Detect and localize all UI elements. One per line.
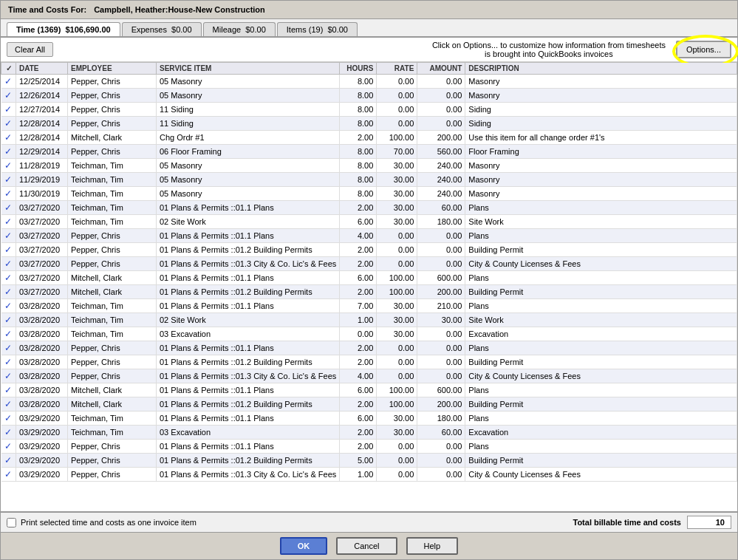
row-description: Excavation <box>465 327 737 341</box>
row-check[interactable]: ✓ <box>1 229 16 243</box>
row-check[interactable]: ✓ <box>1 454 16 468</box>
table-row[interactable]: ✓12/25/2014Pepper, Chris05 Masonry8.000.… <box>1 75 737 89</box>
table-row[interactable]: ✓03/27/2020Teichman, Tim01 Plans & Permi… <box>1 201 737 215</box>
row-check[interactable]: ✓ <box>1 468 16 482</box>
row-rate: 30.00 <box>377 327 417 341</box>
table-row[interactable]: ✓03/28/2020Pepper, Chris01 Plans & Permi… <box>1 355 737 369</box>
row-check[interactable]: ✓ <box>1 103 16 117</box>
print-one-invoice-checkbox[interactable] <box>7 518 16 527</box>
row-check[interactable]: ✓ <box>1 355 16 369</box>
row-service: 01 Plans & Permits ::01.1 Plans <box>157 440 340 454</box>
table-row[interactable]: ✓11/30/2019Teichman, Tim05 Masonry8.0030… <box>1 187 737 201</box>
col-rate: RATE <box>377 63 417 75</box>
row-service: 01 Plans & Permits ::01.1 Plans <box>157 229 340 243</box>
row-check[interactable]: ✓ <box>1 299 16 313</box>
row-service: 01 Plans & Permits ::01.3 City & Co. Lic… <box>157 468 340 482</box>
row-rate: 30.00 <box>377 215 417 229</box>
row-check[interactable]: ✓ <box>1 369 16 383</box>
ok-button[interactable]: OK <box>280 537 328 555</box>
button-bar: OK Cancel Help <box>1 532 737 559</box>
table-row[interactable]: ✓12/26/2014Pepper, Chris05 Masonry8.000.… <box>1 89 737 103</box>
tab-expenses[interactable]: Expenses $0.00 <box>122 22 202 36</box>
col-amount: AMOUNT <box>417 63 465 75</box>
table-row[interactable]: ✓03/28/2020Teichman, Tim03 Excavation0.0… <box>1 327 737 341</box>
row-employee: Pepper, Chris <box>68 341 157 355</box>
tab-items-amount: $0.00 <box>327 25 348 34</box>
row-check[interactable]: ✓ <box>1 159 16 173</box>
row-check[interactable]: ✓ <box>1 257 16 271</box>
cancel-button[interactable]: Cancel <box>336 537 397 555</box>
row-check[interactable]: ✓ <box>1 173 16 187</box>
row-amount: 200.00 <box>417 131 465 145</box>
row-check[interactable]: ✓ <box>1 397 16 412</box>
options-button[interactable]: Options... <box>676 41 731 58</box>
table-row[interactable]: ✓03/27/2020Pepper, Chris01 Plans & Permi… <box>1 243 737 257</box>
check-mark-icon: ✓ <box>4 160 12 171</box>
row-check[interactable]: ✓ <box>1 271 16 285</box>
row-check[interactable]: ✓ <box>1 131 16 145</box>
table-row[interactable]: ✓03/27/2020Pepper, Chris01 Plans & Permi… <box>1 257 737 271</box>
table-row[interactable]: ✓03/28/2020Pepper, Chris01 Plans & Permi… <box>1 341 737 355</box>
row-employee: Pepper, Chris <box>68 257 157 271</box>
row-check[interactable]: ✓ <box>1 187 16 201</box>
row-check[interactable]: ✓ <box>1 426 16 440</box>
row-check[interactable]: ✓ <box>1 201 16 215</box>
tab-mileage[interactable]: Mileage $0.00 <box>203 22 276 36</box>
row-check[interactable]: ✓ <box>1 440 16 454</box>
row-check[interactable]: ✓ <box>1 285 16 299</box>
tab-time[interactable]: Time (1369) $106,690.00 <box>7 22 120 36</box>
table-row[interactable]: ✓03/28/2020Pepper, Chris01 Plans & Permi… <box>1 369 737 383</box>
tab-mileage-label: Mileage <box>213 25 242 34</box>
table-row[interactable]: ✓03/29/2020Pepper, Chris01 Plans & Permi… <box>1 468 737 482</box>
table-row[interactable]: ✓12/28/2014Pepper, Chris11 Siding8.000.0… <box>1 117 737 131</box>
table-row[interactable]: ✓03/28/2020Mitchell, Clark01 Plans & Per… <box>1 383 737 397</box>
row-service: 05 Masonry <box>157 187 340 201</box>
row-check[interactable]: ✓ <box>1 313 16 327</box>
row-description: Plans <box>465 440 737 454</box>
row-description: Use this item for all change order #1's <box>465 131 737 145</box>
row-check[interactable]: ✓ <box>1 145 16 159</box>
table-row[interactable]: ✓03/29/2020Pepper, Chris01 Plans & Permi… <box>1 454 737 468</box>
row-check[interactable]: ✓ <box>1 89 16 103</box>
row-check[interactable]: ✓ <box>1 75 16 89</box>
row-hours: 2.00 <box>340 131 377 145</box>
table-row[interactable]: ✓03/28/2020Mitchell, Clark01 Plans & Per… <box>1 397 737 412</box>
row-check[interactable]: ✓ <box>1 117 16 131</box>
toolbar-right: Click on Options... to customize how inf… <box>431 41 731 58</box>
table-row[interactable]: ✓12/29/2014Pepper, Chris06 Floor Framing… <box>1 145 737 159</box>
table-row[interactable]: ✓03/27/2020Pepper, Chris01 Plans & Permi… <box>1 229 737 243</box>
table-row[interactable]: ✓03/28/2020Teichman, Tim02 Site Work1.00… <box>1 313 737 327</box>
row-employee: Pepper, Chris <box>68 243 157 257</box>
table-wrapper[interactable]: ✓ DATE EMPLOYEE SERVICE ITEM HOURS RATE … <box>1 62 737 511</box>
row-check[interactable]: ✓ <box>1 243 16 257</box>
help-button[interactable]: Help <box>406 537 459 555</box>
tab-items[interactable]: Items (19) $0.00 <box>277 22 358 36</box>
row-rate: 0.00 <box>377 117 417 131</box>
table-row[interactable]: ✓03/27/2020Teichman, Tim02 Site Work6.00… <box>1 215 737 229</box>
row-check[interactable]: ✓ <box>1 383 16 397</box>
table-row[interactable]: ✓03/27/2020Mitchell, Clark01 Plans & Per… <box>1 271 737 285</box>
row-amount: 0.00 <box>417 440 465 454</box>
table-row[interactable]: ✓11/29/2019Teichman, Tim05 Masonry8.0030… <box>1 173 737 187</box>
row-amount: 180.00 <box>417 412 465 426</box>
row-rate: 0.00 <box>377 440 417 454</box>
table-row[interactable]: ✓03/29/2020Teichman, Tim01 Plans & Permi… <box>1 412 737 426</box>
row-check[interactable]: ✓ <box>1 412 16 426</box>
clear-all-button[interactable]: Clear All <box>7 42 53 57</box>
table-row[interactable]: ✓03/27/2020Mitchell, Clark01 Plans & Per… <box>1 285 737 299</box>
check-mark-icon: ✓ <box>4 259 12 269</box>
check-mark-icon: ✓ <box>4 118 12 129</box>
table-row[interactable]: ✓12/28/2014Mitchell, ClarkChg Ordr #12.0… <box>1 131 737 145</box>
row-check[interactable]: ✓ <box>1 327 16 341</box>
row-employee: Mitchell, Clark <box>68 397 157 412</box>
table-row[interactable]: ✓12/27/2014Pepper, Chris11 Siding8.000.0… <box>1 103 737 117</box>
table-row[interactable]: ✓03/29/2020Teichman, Tim03 Excavation2.0… <box>1 426 737 440</box>
row-rate: 0.00 <box>377 243 417 257</box>
row-check[interactable]: ✓ <box>1 215 16 229</box>
row-description: Plans <box>465 383 737 397</box>
table-row[interactable]: ✓03/28/2020Teichman, Tim01 Plans & Permi… <box>1 299 737 313</box>
row-check[interactable]: ✓ <box>1 341 16 355</box>
table-row[interactable]: ✓11/28/2019Teichman, Tim05 Masonry8.0030… <box>1 159 737 173</box>
table-row[interactable]: ✓03/29/2020Pepper, Chris01 Plans & Permi… <box>1 440 737 454</box>
row-amount: 210.00 <box>417 299 465 313</box>
